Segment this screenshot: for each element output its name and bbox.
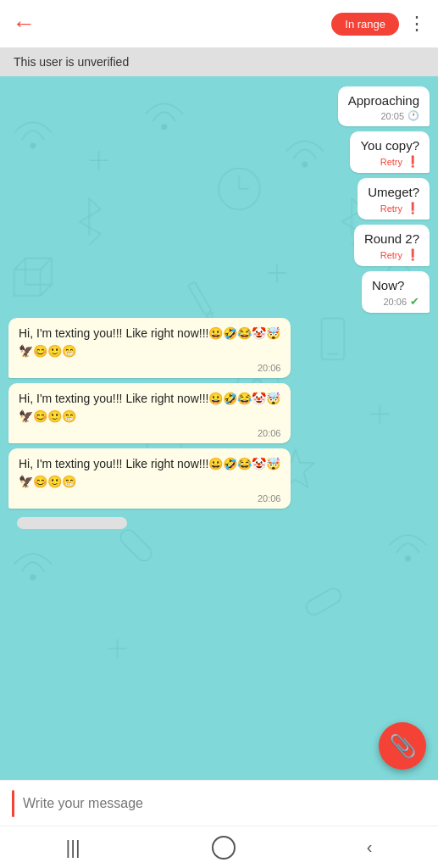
message-meta: 20:06 <box>19 493 280 504</box>
nav-home-button[interactable] <box>212 836 236 860</box>
message-meta: Retry ❗ <box>360 155 419 168</box>
message-out-1: Approaching 20:05 🕐 <box>338 86 430 126</box>
retry-icon[interactable]: ❗ <box>406 155 419 168</box>
message-text: Approaching <box>348 93 419 108</box>
message-in-2: Hi, I'm texting you!!! Like right now!!!… <box>8 383 291 443</box>
message-text: Hi, I'm texting you!!! Like right now!!!… <box>19 325 280 360</box>
retry-icon[interactable]: ❗ <box>406 202 419 214</box>
bottom-nav: ||| ‹ <box>0 826 438 868</box>
attachment-icon: 📎 <box>389 733 416 760</box>
message-out-2: You copy? Retry ❗ <box>350 131 430 173</box>
message-time: 20:06 <box>258 428 281 438</box>
message-meta: 20:05 🕐 <box>348 110 419 121</box>
message-text: Hi, I'm texting you!!! Like right now!!!… <box>19 455 280 491</box>
top-bar-left: ← <box>12 12 36 36</box>
retry-label[interactable]: Retry <box>380 203 402 214</box>
message-meta: 20:06 <box>19 428 280 438</box>
message-meta: Retry ❗ <box>368 202 419 214</box>
message-in-3: Hi, I'm texting you!!! Like right now!!!… <box>8 448 291 509</box>
message-time: 20:05 <box>380 111 404 121</box>
input-accent <box>12 790 14 817</box>
message-meta: 20:06 <box>19 363 280 373</box>
message-out-5: Now? 20:06 ✔ <box>362 271 430 313</box>
messages-container: Approaching 20:05 🕐 You copy? Retry ❗ Um… <box>0 76 438 780</box>
in-range-badge[interactable]: In range <box>331 13 399 36</box>
input-bar <box>0 780 438 826</box>
message-time: 20:06 <box>258 363 281 373</box>
message-text: You copy? <box>360 138 419 153</box>
typing-indicator <box>17 517 127 529</box>
chat-area: ? <box>0 76 438 780</box>
message-text: Round 2? <box>364 231 419 246</box>
attachment-fab[interactable]: 📎 <box>379 722 426 770</box>
message-input[interactable] <box>23 796 426 811</box>
top-bar: ← In range ⋮ <box>0 0 438 47</box>
message-out-4: Round 2? Retry ❗ <box>354 225 430 266</box>
message-out-3: Umeget? Retry ❗ <box>358 178 430 220</box>
nav-menu-icon[interactable]: ||| <box>66 837 80 859</box>
clock-icon: 🕐 <box>408 110 419 121</box>
message-in-1: Hi, I'm texting you!!! Like right now!!!… <box>8 318 291 378</box>
back-button[interactable]: ← <box>12 12 36 36</box>
nav-back-icon[interactable]: ‹ <box>367 837 373 857</box>
double-tick-icon: ✔ <box>410 295 419 308</box>
message-meta: 20:06 ✔ <box>372 295 419 308</box>
more-options-icon[interactable]: ⋮ <box>408 13 426 35</box>
top-bar-right: In range ⋮ <box>331 13 426 36</box>
retry-icon[interactable]: ❗ <box>406 248 419 261</box>
message-time: 20:06 <box>258 493 281 504</box>
unverified-text: This user is unverified <box>14 55 129 69</box>
message-text: Now? <box>372 278 419 292</box>
retry-label[interactable]: Retry <box>380 250 402 260</box>
retry-label[interactable]: Retry <box>380 157 402 167</box>
message-text: Umeget? <box>368 185 419 199</box>
message-time: 20:06 <box>383 297 407 307</box>
message-meta: Retry ❗ <box>364 248 419 261</box>
unverified-banner: This user is unverified <box>0 47 438 76</box>
message-text: Hi, I'm texting you!!! Like right now!!!… <box>19 390 280 426</box>
